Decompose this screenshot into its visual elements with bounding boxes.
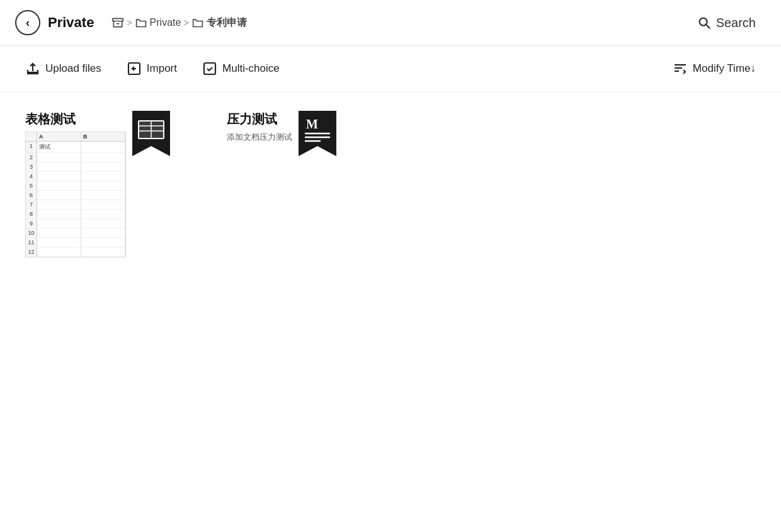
breadcrumb: > Private > 专利申请 [111,16,246,30]
sort-icon [673,61,688,76]
toolbar: Upload files Import Multi-choice Modify … [0,46,781,92]
breadcrumb-private[interactable]: Private [135,17,181,28]
svg-rect-6 [204,63,215,74]
file-info-1: 表格测试 A B 1 测试 2 [25,111,126,258]
search-button[interactable]: Search [687,11,766,35]
search-label: Search [716,16,756,30]
upload-label: Upload files [45,62,101,75]
multichoice-label: Multi-choice [222,62,280,75]
modify-time-button[interactable]: Modify Time↓ [673,59,756,79]
svg-rect-0 [113,18,123,21]
folder-icon-patent [191,17,204,28]
file-icon-1 [132,111,170,156]
file-subtitle-2: 添加文档压力测试 [227,132,292,143]
breadcrumb-patent[interactable]: 专利申请 [191,16,247,30]
file-title-2: 压力测试 [227,111,292,128]
page-title: Private [48,14,94,31]
file-card-document[interactable]: 压力测试 添加文档压力测试 M [227,111,365,258]
import-button[interactable]: Import [127,59,177,79]
upload-icon [25,61,40,76]
back-button[interactable]: ‹ [15,10,40,35]
archive-icon [111,16,124,29]
file-info-2: 压力测试 添加文档压力测试 [227,111,292,143]
multichoice-button[interactable]: Multi-choice [202,59,280,79]
file-title-1: 表格测试 [25,111,126,128]
folder-icon-private [135,17,147,28]
header: ‹ Private > Private > 专利申请 [0,0,781,46]
modify-time-label: Modify Time↓ [693,62,756,75]
svg-text:M: M [306,117,318,131]
upload-files-button[interactable]: Upload files [25,59,101,79]
file-card-spreadsheet[interactable]: 表格测试 A B 1 测试 2 [25,111,164,258]
svg-line-3 [706,25,710,28]
spreadsheet-thumbnail: A B 1 测试 2 3 4 5 6 7 [25,132,126,258]
search-icon [697,16,711,30]
import-icon [127,61,142,76]
breadcrumb-root[interactable] [111,16,124,29]
breadcrumb-sep-2: > [183,18,188,28]
multichoice-icon [202,61,217,76]
files-grid: 表格测试 A B 1 测试 2 [25,111,756,258]
file-icon-2: M [299,111,336,156]
main-content: 表格测试 A B 1 测试 2 [0,92,781,276]
svg-point-2 [699,18,707,26]
breadcrumb-sep-1: > [127,18,132,28]
import-label: Import [147,62,177,75]
back-icon: ‹ [26,16,30,30]
